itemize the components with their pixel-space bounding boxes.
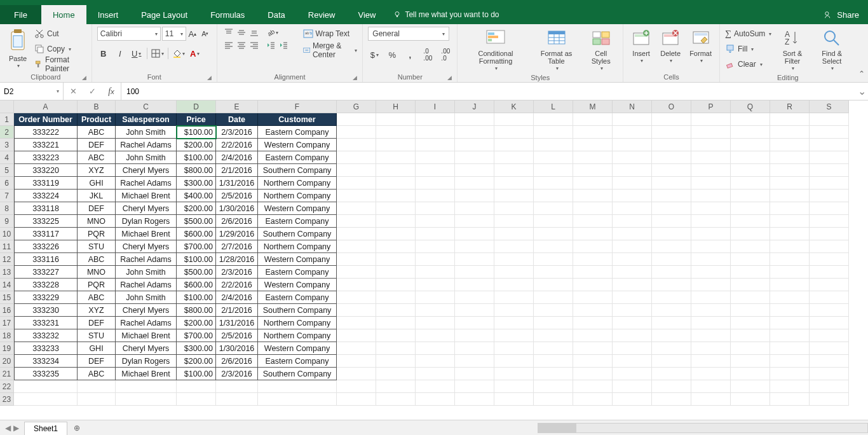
- table-cell[interactable]: 2/3/2016: [216, 368, 258, 380]
- empty-cell[interactable]: [337, 342, 376, 355]
- empty-cell[interactable]: [770, 304, 810, 317]
- empty-cell[interactable]: [416, 342, 455, 355]
- empty-cell[interactable]: [14, 380, 78, 393]
- table-cell[interactable]: DEF: [78, 317, 116, 329]
- table-cell[interactable]: MNO: [78, 266, 116, 279]
- empty-cell[interactable]: [376, 253, 416, 266]
- bold-button[interactable]: B: [97, 47, 110, 60]
- table-cell[interactable]: GHI: [78, 177, 116, 190]
- align-left-button[interactable]: [222, 39, 235, 51]
- empty-cell[interactable]: [416, 151, 455, 164]
- empty-cell[interactable]: [652, 266, 691, 279]
- empty-cell[interactable]: [810, 202, 849, 215]
- empty-cell[interactable]: [534, 317, 573, 329]
- column-header[interactable]: S: [810, 100, 849, 113]
- empty-cell[interactable]: [731, 202, 770, 215]
- table-cell[interactable]: ABC: [78, 126, 116, 139]
- underline-button[interactable]: U▾: [130, 47, 143, 60]
- empty-cell[interactable]: [652, 380, 691, 393]
- empty-cell[interactable]: [652, 190, 691, 202]
- table-cell[interactable]: $200.00: [177, 202, 216, 215]
- table-cell[interactable]: 1/30/2016: [216, 202, 258, 215]
- worksheet-grid[interactable]: ABCDEFGHIJKLMNOPQRS1Order NumberProductS…: [0, 100, 868, 420]
- empty-cell[interactable]: [455, 380, 494, 393]
- column-header[interactable]: E: [216, 100, 258, 113]
- italic-button[interactable]: I: [114, 47, 126, 60]
- empty-cell[interactable]: [652, 279, 691, 291]
- tell-me[interactable]: Tell me what you want to do: [393, 5, 499, 24]
- empty-cell[interactable]: [691, 368, 731, 380]
- empty-cell[interactable]: [810, 126, 849, 139]
- empty-cell[interactable]: [652, 202, 691, 215]
- empty-cell[interactable]: [731, 380, 770, 393]
- empty-cell[interactable]: [416, 368, 455, 380]
- table-cell[interactable]: 2/5/2016: [216, 329, 258, 342]
- column-header[interactable]: P: [691, 100, 731, 113]
- empty-cell[interactable]: [731, 342, 770, 355]
- empty-cell[interactable]: [613, 342, 652, 355]
- empty-cell[interactable]: [691, 151, 731, 164]
- row-header[interactable]: 22: [0, 380, 14, 393]
- empty-cell[interactable]: [691, 126, 731, 139]
- dialog-launcher-icon[interactable]: ◢: [207, 74, 212, 81]
- empty-cell[interactable]: [534, 164, 573, 177]
- empty-cell[interactable]: [810, 266, 849, 279]
- find-select-button[interactable]: Find & Select▾: [813, 27, 851, 73]
- empty-cell[interactable]: [455, 139, 494, 151]
- sheet-tab[interactable]: Sheet1: [24, 422, 67, 435]
- empty-cell[interactable]: [494, 190, 534, 202]
- empty-cell[interactable]: [652, 240, 691, 253]
- empty-cell[interactable]: [770, 240, 810, 253]
- row-header[interactable]: 16: [0, 304, 14, 317]
- table-cell[interactable]: $100.00: [177, 126, 216, 139]
- empty-cell[interactable]: [770, 177, 810, 190]
- column-header[interactable]: F: [258, 100, 337, 113]
- table-cell[interactable]: Dylan Rogers: [116, 215, 177, 228]
- empty-cell[interactable]: [613, 151, 652, 164]
- table-cell[interactable]: Western Company: [258, 202, 337, 215]
- table-cell[interactable]: Southern Company: [258, 304, 337, 317]
- empty-cell[interactable]: [416, 380, 455, 393]
- table-cell[interactable]: 333231: [14, 317, 78, 329]
- empty-cell[interactable]: [258, 393, 337, 406]
- empty-cell[interactable]: [691, 177, 731, 190]
- table-cell[interactable]: 2/7/2016: [216, 240, 258, 253]
- table-cell[interactable]: 2/3/2016: [216, 126, 258, 139]
- format-as-table-button[interactable]: Format as Table▾: [532, 27, 581, 73]
- empty-cell[interactable]: [534, 329, 573, 342]
- empty-cell[interactable]: [691, 202, 731, 215]
- empty-cell[interactable]: [652, 304, 691, 317]
- empty-cell[interactable]: [573, 215, 613, 228]
- table-cell[interactable]: 1/28/2016: [216, 253, 258, 266]
- empty-cell[interactable]: [216, 393, 258, 406]
- row-header[interactable]: 18: [0, 329, 14, 342]
- empty-cell[interactable]: [573, 342, 613, 355]
- empty-cell[interactable]: [691, 393, 731, 406]
- empty-cell[interactable]: [652, 317, 691, 329]
- empty-cell[interactable]: [534, 151, 573, 164]
- empty-cell[interactable]: [534, 113, 573, 126]
- empty-cell[interactable]: [731, 393, 770, 406]
- empty-cell[interactable]: [455, 202, 494, 215]
- empty-cell[interactable]: [770, 126, 810, 139]
- empty-cell[interactable]: [573, 279, 613, 291]
- table-cell[interactable]: DEF: [78, 355, 116, 368]
- empty-cell[interactable]: [337, 113, 376, 126]
- empty-cell[interactable]: [613, 215, 652, 228]
- fill-button[interactable]: Fill▾: [725, 42, 771, 56]
- empty-cell[interactable]: [337, 380, 376, 393]
- empty-cell[interactable]: [494, 380, 534, 393]
- empty-cell[interactable]: [177, 393, 216, 406]
- empty-cell[interactable]: [455, 329, 494, 342]
- empty-cell[interactable]: [770, 393, 810, 406]
- empty-cell[interactable]: [416, 228, 455, 240]
- empty-cell[interactable]: [652, 139, 691, 151]
- empty-cell[interactable]: [337, 177, 376, 190]
- sheet-nav[interactable]: ◀▶: [0, 420, 24, 435]
- enter-formula-button[interactable]: ✓: [83, 86, 102, 96]
- empty-cell[interactable]: [337, 228, 376, 240]
- row-header[interactable]: 15: [0, 291, 14, 304]
- table-cell[interactable]: $200.00: [177, 355, 216, 368]
- empty-cell[interactable]: [337, 139, 376, 151]
- empty-cell[interactable]: [494, 240, 534, 253]
